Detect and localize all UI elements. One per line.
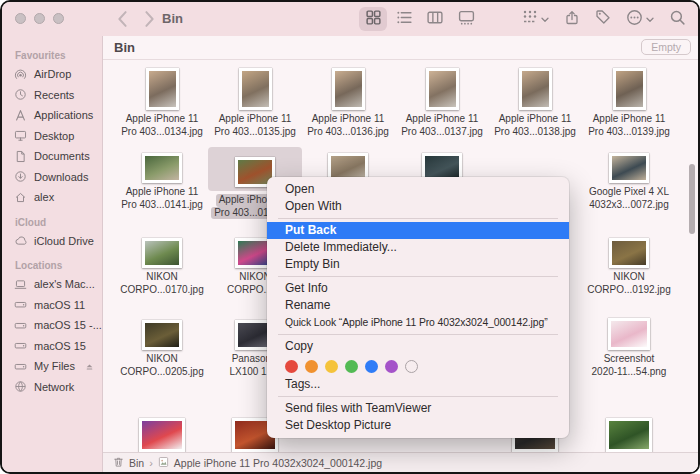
- photo-preview: [429, 71, 456, 107]
- group-by-button[interactable]: [522, 7, 549, 31]
- file-item[interactable]: Apple iPhone 11Pro 403...0139.jpg: [582, 64, 676, 138]
- sidebar-item-label: Applications: [34, 109, 93, 121]
- sidebar-item-label: iCloud Drive: [34, 235, 94, 247]
- menu-item-send-files-with-teamviewer[interactable]: Send files with TeamViewer: [267, 400, 569, 417]
- icon-view-icon: [365, 9, 382, 30]
- eject-icon[interactable]: [85, 362, 94, 371]
- menu-item-copy[interactable]: Copy: [267, 338, 569, 355]
- download-icon: [14, 170, 28, 183]
- share-button[interactable]: [564, 7, 580, 31]
- more-actions-button[interactable]: [626, 7, 654, 31]
- menu-item-put-back[interactable]: Put Back: [267, 222, 569, 239]
- sidebar-item-my-files[interactable]: My Files: [2, 356, 102, 377]
- file-thumbnail-frame: [208, 64, 302, 110]
- file-item[interactable]: NIKONCORPO...0170.jpg: [115, 232, 209, 296]
- file-thumbnail-frame: [582, 314, 676, 350]
- sidebar-item-recents[interactable]: Recents: [2, 85, 102, 106]
- file-item[interactable]: Screenshot2020-11...54.png: [582, 314, 676, 378]
- search-button[interactable]: [669, 7, 686, 31]
- sidebar-item-label: AirDrop: [34, 68, 71, 80]
- icon-view-button[interactable]: [359, 7, 387, 31]
- sidebar-item-icloud-drive[interactable]: iCloud Drive: [2, 231, 102, 252]
- close-button[interactable]: [15, 13, 26, 24]
- menu-item-quick-look-apple-iphone-11-pro-4032x3024-000142-jpg[interactable]: Quick Look “Apple iPhone 11 Pro 4032x302…: [267, 314, 569, 331]
- tag-color-dot[interactable]: [325, 360, 338, 373]
- sidebar-item-airdrop[interactable]: AirDrop: [2, 64, 102, 85]
- gallery-view-button[interactable]: [452, 7, 480, 31]
- file-item[interactable]: NIKONCORPO...0192.jpg: [582, 232, 676, 296]
- empty-bin-button[interactable]: Empty: [641, 39, 691, 55]
- file-name-line1: Apple iPhone 11: [126, 186, 199, 199]
- sidebar-item-applications[interactable]: Applications: [2, 105, 102, 126]
- menu-item-tags[interactable]: Tags...: [267, 376, 569, 393]
- share-icon: [564, 9, 580, 30]
- tag-color-dot[interactable]: [385, 360, 398, 373]
- file-item[interactable]: Apple iPhone 11Pro 403...0134.jpg: [115, 64, 209, 138]
- photo-preview: [609, 421, 649, 449]
- file-name-line1: Google Pixel 4 XL: [589, 186, 669, 199]
- sidebar-item-desktop[interactable]: Desktop: [2, 126, 102, 147]
- menu-item-set-desktop-picture[interactable]: Set Desktop Picture: [267, 417, 569, 434]
- file-item[interactable]: Apple iPhone 11Pro 403...0135.jpg: [208, 64, 302, 138]
- more-actions-icon: [626, 9, 643, 30]
- file-item[interactable]: Google Pixel 4 XL4032x3...0072.jpg: [582, 147, 676, 211]
- vertical-scrollbar[interactable]: [689, 164, 695, 234]
- sidebar-item-macos-15[interactable]: macOS 15 -...: [2, 315, 102, 336]
- file-item[interactable]: Apple iPhone 11Pro 403...0136.jpg: [301, 64, 395, 138]
- file-item[interactable]: Apple iPhone 11Pro 403...0141.jpg: [115, 147, 209, 211]
- sidebar-item-macos-11[interactable]: macOS 11: [2, 295, 102, 316]
- sidebar-item-network[interactable]: Network: [2, 377, 102, 398]
- file-thumbnail: [139, 418, 185, 452]
- tag-color-dot[interactable]: [285, 360, 298, 373]
- tag-color-dot[interactable]: [345, 360, 358, 373]
- file-item[interactable]: Apple iPhone 11Pro 403...0138.jpg: [488, 64, 582, 138]
- photo-preview: [242, 71, 269, 107]
- sidebar-item-macos-15[interactable]: macOS 15: [2, 336, 102, 357]
- zoom-button[interactable]: [53, 13, 64, 24]
- file-thumbnail: [609, 153, 649, 183]
- content-header: Bin Empty: [103, 36, 698, 60]
- menu-item-delete-immediately[interactable]: Delete Immediately...: [267, 239, 569, 256]
- image-file-icon: [158, 456, 169, 470]
- search-icon: [669, 9, 686, 30]
- sidebar-item-alex-s-mac[interactable]: alex's Mac...: [2, 274, 102, 295]
- back-icon[interactable]: [115, 9, 130, 29]
- file-item[interactable]: Apple iPhone 11Pro 403...0137.jpg: [395, 64, 489, 138]
- file-thumbnail-frame: [115, 410, 209, 452]
- file-thumbnail-frame: [582, 410, 676, 452]
- file-thumbnail-frame: [115, 232, 209, 268]
- menu-item-get-info[interactable]: Get Info: [267, 280, 569, 297]
- tag-color-none[interactable]: [405, 360, 418, 373]
- sidebar-item-downloads[interactable]: Downloads: [2, 167, 102, 188]
- menu-item-open[interactable]: Open: [267, 181, 569, 198]
- menu-item-open-with[interactable]: Open With: [267, 198, 569, 215]
- tag-button[interactable]: [595, 7, 611, 31]
- menu-item-empty-bin[interactable]: Empty Bin: [267, 256, 569, 273]
- sidebar-item-documents[interactable]: Documents: [2, 146, 102, 167]
- home-icon: [14, 191, 28, 204]
- desktop-icon: [14, 129, 28, 142]
- sidebar-item-alex[interactable]: alex: [2, 187, 102, 208]
- tag-color-dot[interactable]: [365, 360, 378, 373]
- gallery-view-icon: [457, 9, 476, 30]
- tag-color-row: [267, 355, 569, 376]
- photo-preview: [522, 71, 549, 107]
- file-item[interactable]: [582, 410, 676, 452]
- breadcrumb-file[interactable]: Apple iPhone 11 Pro 4032x3024_000142.jpg: [174, 457, 382, 469]
- file-name-line1: Screenshot: [604, 353, 655, 366]
- minimize-button[interactable]: [34, 13, 45, 24]
- file-name-line2: Pro 403...0138.jpg: [494, 126, 576, 139]
- sidebar-item-label: macOS 11: [34, 299, 85, 311]
- column-view-button[interactable]: [421, 7, 449, 31]
- file-item[interactable]: [115, 410, 209, 452]
- file-thumbnail-frame: [582, 64, 676, 110]
- forward-icon[interactable]: [142, 9, 157, 29]
- tag-color-dot[interactable]: [305, 360, 318, 373]
- breadcrumb-folder[interactable]: Bin: [129, 457, 144, 469]
- list-view-button[interactable]: [390, 7, 418, 31]
- menu-separator: [278, 396, 558, 397]
- sidebar-item-label: Recents: [34, 89, 74, 101]
- menu-item-rename[interactable]: Rename: [267, 297, 569, 314]
- file-name-line1: Apple iPhone 11: [312, 113, 385, 126]
- file-item[interactable]: NIKONCORPO...0205.jpg: [115, 314, 209, 378]
